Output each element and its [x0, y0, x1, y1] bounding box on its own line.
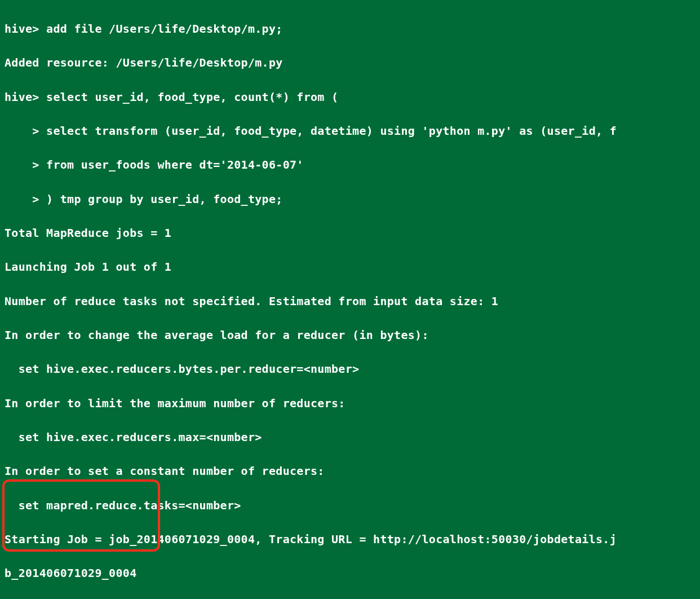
terminal-line: set mapred.reduce.tasks=<number> — [5, 497, 695, 514]
terminal-line: In order to change the average load for … — [5, 327, 695, 343]
terminal-line: In order to set a constant number of red… — [5, 463, 695, 479]
terminal-line: b_201406071029_0004 — [5, 565, 695, 582]
terminal-line: > select transform (user_id, food_type, … — [5, 122, 695, 139]
terminal-line: hive> add file /Users/life/Desktop/m.py; — [5, 20, 695, 37]
terminal-line: Starting Job = job_201406071029_0004, Tr… — [5, 531, 695, 548]
terminal-line: set hive.exec.reducers.max=<number> — [5, 429, 695, 446]
terminal-line: Number of reduce tasks not specified. Es… — [5, 293, 695, 310]
terminal-line: set hive.exec.reducers.bytes.per.reducer… — [5, 360, 695, 377]
terminal-line: > from user_foods where dt='2014-06-07' — [5, 156, 695, 173]
terminal-line: Added resource: /Users/life/Desktop/m.py — [5, 54, 695, 71]
terminal-line: > ) tmp group by user_id, food_type; — [5, 191, 695, 208]
terminal[interactable]: hive> add file /Users/life/Desktop/m.py;… — [0, 0, 700, 599]
terminal-line: Launching Job 1 out of 1 — [5, 258, 695, 275]
terminal-line: In order to limit the maximum number of … — [5, 395, 695, 412]
terminal-line: hive> select user_id, food_type, count(*… — [5, 89, 695, 105]
terminal-line: Total MapReduce jobs = 1 — [5, 224, 695, 241]
